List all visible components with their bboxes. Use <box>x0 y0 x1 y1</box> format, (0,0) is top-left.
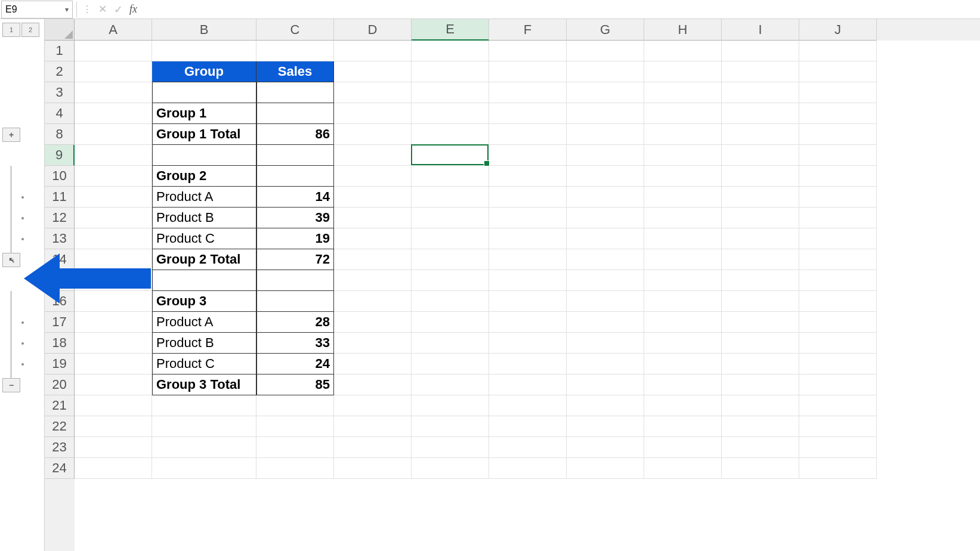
table-cell-C11[interactable]: 14 <box>256 187 334 208</box>
table-header-B[interactable]: Group <box>152 61 256 82</box>
more-icon[interactable]: ⋮ <box>79 2 95 17</box>
row-header-11[interactable]: 11 <box>45 187 75 208</box>
cell-G4[interactable] <box>567 103 644 124</box>
cell-F24[interactable] <box>489 458 567 479</box>
cell-E23[interactable] <box>412 437 489 458</box>
cell-A18[interactable] <box>75 333 152 354</box>
cell-A16[interactable] <box>75 291 152 312</box>
table-cell-B4[interactable]: Group 1 <box>152 103 256 124</box>
row-header-9[interactable]: 9 <box>45 145 75 166</box>
cell-E24[interactable] <box>412 458 489 479</box>
cell-F4[interactable] <box>489 103 567 124</box>
cell-H11[interactable] <box>644 187 722 208</box>
cell-H12[interactable] <box>644 208 722 228</box>
cell-D13[interactable] <box>334 228 412 249</box>
cell-H19[interactable] <box>644 354 722 374</box>
cell-C23[interactable] <box>256 437 334 458</box>
cell-J19[interactable] <box>799 354 877 374</box>
row-header-2[interactable]: 2 <box>45 61 75 82</box>
cell-F3[interactable] <box>489 82 567 103</box>
cell-J20[interactable] <box>799 374 877 395</box>
cells-area[interactable]: GroupSalesGroup 1Group 1 Total86Group 2P… <box>75 41 980 551</box>
cell-B1[interactable] <box>152 41 256 61</box>
cell-H18[interactable] <box>644 333 722 354</box>
cell-F1[interactable] <box>489 41 567 61</box>
cell-F13[interactable] <box>489 228 567 249</box>
cell-A4[interactable] <box>75 103 152 124</box>
cell-A14[interactable] <box>75 249 152 270</box>
cell-D14[interactable] <box>334 249 412 270</box>
cell-D19[interactable] <box>334 354 412 374</box>
cell-D18[interactable] <box>334 333 412 354</box>
cell-A17[interactable] <box>75 312 152 333</box>
cell-E4[interactable] <box>412 103 489 124</box>
cell-J9[interactable] <box>799 145 877 166</box>
cell-I1[interactable] <box>722 41 799 61</box>
formula-input[interactable] <box>141 1 980 18</box>
cell-J8[interactable] <box>799 124 877 145</box>
col-header-I[interactable]: I <box>722 19 799 41</box>
cell-E11[interactable] <box>412 187 489 208</box>
cell-J13[interactable] <box>799 228 877 249</box>
col-header-G[interactable]: G <box>567 19 644 41</box>
cell-A24[interactable] <box>75 458 152 479</box>
cell-J17[interactable] <box>799 312 877 333</box>
table-cell-C9[interactable] <box>256 145 334 166</box>
table-cell-B18[interactable]: Product B <box>152 333 256 354</box>
table-cell-C15[interactable] <box>256 270 334 291</box>
cell-I11[interactable] <box>722 187 799 208</box>
cell-F14[interactable] <box>489 249 567 270</box>
cell-J11[interactable] <box>799 187 877 208</box>
cell-G3[interactable] <box>567 82 644 103</box>
cell-J21[interactable] <box>799 395 877 416</box>
cell-I8[interactable] <box>722 124 799 145</box>
cell-G13[interactable] <box>567 228 644 249</box>
cell-J12[interactable] <box>799 208 877 228</box>
table-cell-B9[interactable] <box>152 145 256 166</box>
spreadsheet[interactable]: ABCDEFGHIJ 12348910111213141516171819202… <box>45 19 980 551</box>
cell-F15[interactable] <box>489 270 567 291</box>
table-header-C[interactable]: Sales <box>256 61 334 82</box>
cell-C22[interactable] <box>256 416 334 437</box>
cell-F9[interactable] <box>489 145 567 166</box>
cell-J23[interactable] <box>799 437 877 458</box>
cell-I18[interactable] <box>722 333 799 354</box>
table-cell-B13[interactable]: Product C <box>152 228 256 249</box>
cancel-icon[interactable]: ✕ <box>95 2 110 17</box>
cell-F22[interactable] <box>489 416 567 437</box>
cell-H23[interactable] <box>644 437 722 458</box>
cell-G16[interactable] <box>567 291 644 312</box>
cell-I2[interactable] <box>722 61 799 82</box>
cell-B24[interactable] <box>152 458 256 479</box>
cell-F21[interactable] <box>489 395 567 416</box>
cell-C1[interactable] <box>256 41 334 61</box>
row-header-16[interactable]: 16 <box>45 291 75 312</box>
row-header-1[interactable]: 1 <box>45 41 75 61</box>
cell-I4[interactable] <box>722 103 799 124</box>
cell-F16[interactable] <box>489 291 567 312</box>
table-cell-C14[interactable]: 72 <box>256 249 334 270</box>
cell-G9[interactable] <box>567 145 644 166</box>
col-header-F[interactable]: F <box>489 19 567 41</box>
cell-E18[interactable] <box>412 333 489 354</box>
row-header-19[interactable]: 19 <box>45 354 75 374</box>
name-box[interactable]: E9 ▾ <box>1 1 73 18</box>
cell-H24[interactable] <box>644 458 722 479</box>
cell-H4[interactable] <box>644 103 722 124</box>
cell-E16[interactable] <box>412 291 489 312</box>
cell-F11[interactable] <box>489 187 567 208</box>
table-cell-C8[interactable]: 86 <box>256 124 334 145</box>
cell-E21[interactable] <box>412 395 489 416</box>
cell-J16[interactable] <box>799 291 877 312</box>
cell-F10[interactable] <box>489 166 567 187</box>
cell-A19[interactable] <box>75 354 152 374</box>
cell-I17[interactable] <box>722 312 799 333</box>
cell-H21[interactable] <box>644 395 722 416</box>
cell-A9[interactable] <box>75 145 152 166</box>
cell-E13[interactable] <box>412 228 489 249</box>
table-cell-C13[interactable]: 19 <box>256 228 334 249</box>
row-header-20[interactable]: 20 <box>45 374 75 395</box>
cell-H10[interactable] <box>644 166 722 187</box>
col-header-H[interactable]: H <box>644 19 722 41</box>
cell-A13[interactable] <box>75 228 152 249</box>
